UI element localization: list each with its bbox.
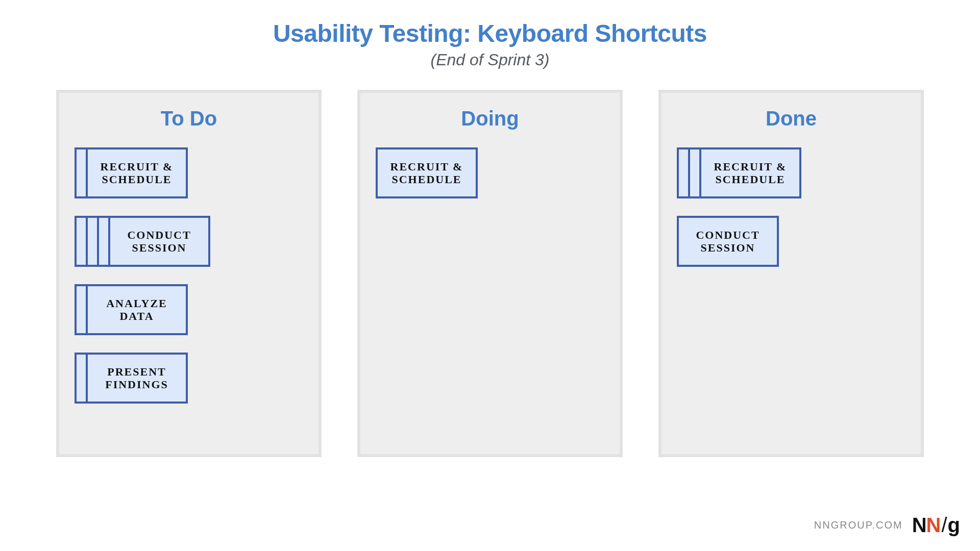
card-stack: Recruit & Schedule <box>75 147 303 201</box>
logo-g: g <box>948 514 960 536</box>
task-card[interactable]: Recruit & Schedule <box>699 147 801 198</box>
page-subtitle: (End of Sprint 3) <box>0 51 980 69</box>
footer: NNGROUP.COM NN/g <box>814 514 960 537</box>
card-stack: Recruit & Schedule <box>376 147 604 201</box>
card-stack: Conduct Session <box>75 216 303 269</box>
card-stack: Present Findings <box>75 353 303 406</box>
kanban-column: DoingRecruit & Schedule <box>357 90 623 457</box>
footer-site: NNGROUP.COM <box>814 519 903 531</box>
task-card[interactable]: Conduct Session <box>108 216 210 267</box>
column-title: Doing <box>376 107 604 130</box>
kanban-column: DoneRecruit & ScheduleConduct Session <box>658 90 924 457</box>
task-card[interactable]: Conduct Session <box>677 216 779 267</box>
task-card[interactable]: Analyze Data <box>86 284 188 335</box>
logo-slash: / <box>940 514 947 536</box>
card-stack: Conduct Session <box>677 216 905 269</box>
logo-n2: N <box>926 514 941 536</box>
column-title: To Do <box>75 107 303 130</box>
card-stack: Analyze Data <box>75 284 303 337</box>
header: Usability Testing: Keyboard Shortcuts (E… <box>0 0 980 69</box>
column-title: Done <box>677 107 905 130</box>
card-stack: Recruit & Schedule <box>677 147 905 201</box>
task-card[interactable]: Recruit & Schedule <box>376 147 478 198</box>
nng-logo: NN/g <box>912 514 960 537</box>
logo-n1: N <box>912 514 926 536</box>
task-card[interactable]: Recruit & Schedule <box>86 147 188 198</box>
kanban-board: To DoRecruit & ScheduleConduct SessionAn… <box>0 69 980 457</box>
page-title: Usability Testing: Keyboard Shortcuts <box>0 19 980 47</box>
kanban-column: To DoRecruit & ScheduleConduct SessionAn… <box>56 90 322 457</box>
task-card[interactable]: Present Findings <box>86 353 188 404</box>
